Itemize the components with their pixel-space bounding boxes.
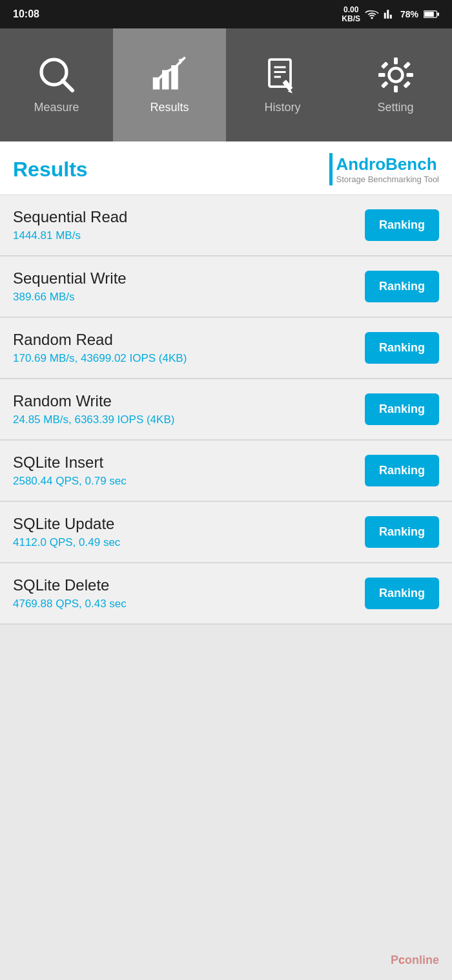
result-row-sequential-read: Sequential Read 1444.81 MB/s Ranking [0, 195, 452, 256]
wifi-icon [365, 9, 378, 19]
tab-results-label: Results [150, 101, 189, 114]
ranking-btn-sequential-write[interactable]: Ranking [365, 271, 439, 302]
watermark-highlight: c [398, 954, 405, 966]
ranking-btn-sqlite-update[interactable]: Ranking [365, 516, 439, 548]
tab-measure[interactable]: Measure [0, 28, 113, 141]
footer-watermark: Pconline [391, 954, 439, 967]
result-name-sequential-read: Sequential Read [13, 208, 365, 226]
result-value-sqlite-update: 4112.0 QPS, 0.49 sec [13, 536, 365, 549]
result-row-sequential-write: Sequential Write 389.66 MB/s Ranking [0, 256, 452, 318]
result-name-random-read: Random Read [13, 331, 365, 349]
svg-rect-2 [437, 12, 439, 16]
tab-measure-label: Measure [34, 101, 79, 114]
results-header: Results AndroBench Storage Benchmarking … [0, 141, 452, 195]
tab-setting-label: Setting [377, 101, 413, 114]
status-time: 10:08 [13, 8, 39, 20]
brand-subtitle: Storage Benchmarking Tool [336, 174, 439, 184]
history-icon [263, 56, 302, 94]
ranking-btn-random-write[interactable]: Ranking [365, 393, 439, 425]
result-info-sqlite-insert: SQLite Insert 2580.44 QPS, 0.79 sec [13, 454, 365, 488]
ranking-btn-sequential-read[interactable]: Ranking [365, 209, 439, 241]
battery-percent: 78% [400, 9, 418, 19]
result-value-sqlite-insert: 2580.44 QPS, 0.79 sec [13, 475, 365, 488]
result-value-random-write: 24.85 MB/s, 6363.39 IOPS (4KB) [13, 413, 365, 426]
brand-bar [329, 153, 333, 185]
svg-rect-21 [403, 61, 411, 69]
svg-line-4 [63, 81, 72, 90]
brand-logo: AndroBench Storage Benchmarking Tool [329, 153, 439, 185]
result-info-sqlite-update: SQLite Update 4112.0 QPS, 0.49 sec [13, 515, 365, 549]
svg-rect-23 [403, 81, 411, 89]
ranking-btn-sqlite-insert[interactable]: Ranking [365, 455, 439, 486]
result-row-sqlite-insert: SQLite Insert 2580.44 QPS, 0.79 sec Rank… [0, 441, 452, 502]
svg-rect-1 [424, 12, 434, 17]
svg-rect-16 [394, 57, 398, 65]
result-name-sqlite-delete: SQLite Delete [13, 576, 365, 594]
watermark-prefix: P [391, 954, 398, 966]
result-value-sequential-write: 389.66 MB/s [13, 291, 365, 304]
ranking-btn-random-read[interactable]: Ranking [365, 332, 439, 364]
result-info-sqlite-delete: SQLite Delete 4769.88 QPS, 0.43 sec [13, 576, 365, 610]
tab-history[interactable]: History [226, 28, 339, 141]
tab-history-label: History [264, 101, 300, 114]
brand-name: AndroBench [336, 154, 439, 174]
svg-rect-17 [394, 86, 398, 93]
battery-icon [424, 10, 439, 19]
result-row-random-write: Random Write 24.85 MB/s, 6363.39 IOPS (4… [0, 379, 452, 441]
setting-icon [376, 56, 415, 94]
result-row-sqlite-update: SQLite Update 4112.0 QPS, 0.49 sec Ranki… [0, 502, 452, 563]
result-info-random-read: Random Read 170.69 MB/s, 43699.02 IOPS (… [13, 331, 365, 365]
result-value-random-read: 170.69 MB/s, 43699.02 IOPS (4KB) [13, 352, 365, 365]
result-row-sqlite-delete: SQLite Delete 4769.88 QPS, 0.43 sec Rank… [0, 563, 452, 625]
measure-icon [37, 56, 76, 94]
result-list: Sequential Read 1444.81 MB/s Ranking Seq… [0, 195, 452, 625]
results-page-title: Results [13, 158, 88, 182]
watermark-suffix: online [405, 954, 439, 966]
result-info-sequential-read: Sequential Read 1444.81 MB/s [13, 208, 365, 242]
result-name-sqlite-update: SQLite Update [13, 515, 365, 533]
result-value-sequential-read: 1444.81 MB/s [13, 229, 365, 242]
nav-tabs: Measure Results History [0, 28, 452, 141]
results-icon [150, 56, 189, 94]
signal-icon [384, 8, 395, 20]
brand-name-1: Andro [336, 154, 386, 174]
ranking-btn-sqlite-delete[interactable]: Ranking [365, 578, 439, 609]
result-name-sqlite-insert: SQLite Insert [13, 454, 365, 472]
result-row-random-read: Random Read 170.69 MB/s, 43699.02 IOPS (… [0, 318, 452, 379]
status-bar: 10:08 0.00KB/S 78% [0, 0, 452, 28]
result-name-random-write: Random Write [13, 392, 365, 410]
result-info-sequential-write: Sequential Write 389.66 MB/s [13, 269, 365, 304]
svg-point-15 [389, 68, 402, 82]
svg-rect-19 [406, 73, 413, 77]
brand-name-2: Bench [385, 154, 437, 174]
result-value-sqlite-delete: 4769.88 QPS, 0.43 sec [13, 598, 365, 610]
svg-rect-22 [380, 81, 388, 89]
result-info-random-write: Random Write 24.85 MB/s, 6363.39 IOPS (4… [13, 392, 365, 426]
svg-rect-18 [378, 73, 385, 77]
result-name-sequential-write: Sequential Write [13, 269, 365, 287]
network-speed: 0.00KB/S [342, 5, 360, 24]
svg-marker-14 [287, 90, 293, 94]
brand-text: AndroBench Storage Benchmarking Tool [336, 154, 439, 184]
svg-rect-20 [380, 61, 388, 69]
status-right: 0.00KB/S 78% [342, 5, 439, 24]
tab-results[interactable]: Results [113, 28, 226, 141]
tab-setting[interactable]: Setting [339, 28, 452, 141]
